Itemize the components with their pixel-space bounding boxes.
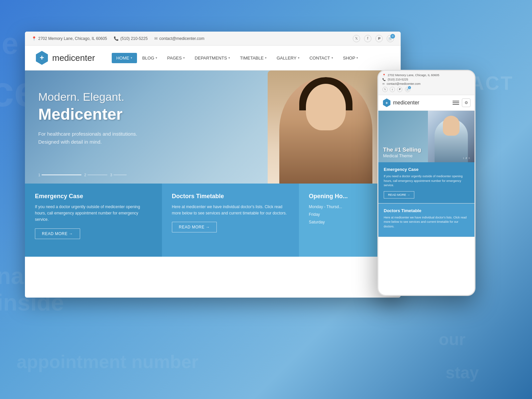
nav-menu: HOME ▾ BLOG ▾ PAGES ▾ DEPARTMENTS ▾ TIME… [112,53,363,63]
person-face [306,84,346,130]
mob-facebook-icon[interactable]: f [390,87,395,92]
ind-line-1 [42,175,81,175]
mob-hero: The #1 Selling Medical Theme 1 2 3 [378,111,474,162]
mob-card-timetable: Doctors Timetable Here at medicenter we … [378,203,474,237]
mob-cart-icon[interactable]: 🛒 0 [405,87,410,92]
mob-phone-icon: 📞 [382,78,386,81]
mob-cart-badge: 0 [408,86,411,89]
phone-text: (510) 210-5225 [120,36,148,41]
hero-description: For healthcare professionals and institu… [38,130,137,146]
hero-content: Modern. Elegant. Medicenter For healthca… [38,90,137,146]
browser-window: 📍 2702 Memory Lane, Chicago, IL 60605 📞 … [25,32,401,298]
nav-pages[interactable]: PAGES ▾ [163,53,190,63]
mob-logo-text: medicenter [393,100,419,106]
mob-logo-icon: + [382,98,391,107]
email-text: contact@medicenter.com [159,36,204,41]
mob-hero-title: The #1 Selling [383,147,421,153]
browser-nav-bar: + medicenter HOME ▾ BLOG ▾ PAGES ▾ DEPAR… [25,46,401,70]
card-timetable: Doctors Timetable Here at medicenter we … [162,184,299,257]
hero-desc-line2: Designed with detail in mind. [38,139,102,145]
hero-ind-1: 1 [38,173,81,177]
bg-deco-4: appointment number [17,351,199,372]
ind-num-3: 3 [110,173,112,177]
bg-deco-6: stay [446,363,479,382]
mobile-device: 📍 2702 Memory Lane, Chicago, IL 60605 📞 … [377,70,475,296]
ind-num-1: 1 [38,173,40,177]
phone-item: 📞 (510) 210-5225 [114,36,148,41]
mob-settings-icon[interactable]: ⚙ [462,98,470,107]
tt-chevron: ▾ [265,56,267,60]
mob-doctor-head [443,116,460,136]
mob-pinterest-icon[interactable]: 𝗣 [397,87,402,92]
nav-home[interactable]: HOME ▾ [112,53,137,63]
gal-chevron: ▾ [298,56,300,60]
address-item: 📍 2702 Memory Lane, Chicago, IL 60605 [32,36,107,41]
card-emergency-btn[interactable]: READ MORE → [35,228,80,239]
hero-desc-line1: For healthcare professionals and institu… [38,131,137,137]
mob-ind-2: 2 [466,157,467,160]
hero-person [268,70,384,184]
mob-address: 2702 Memory Lane, Chicago, IL 60605 [388,73,439,77]
mob-card-timetable-text: Here at medicenter we have individual do… [384,215,469,229]
dept-chevron: ▾ [228,56,230,60]
bg-deco-1: le [0,27,18,61]
mob-hero-sub: Medical Theme [383,153,421,158]
nav-departments[interactable]: DEPARTMENTS ▾ [190,53,235,63]
nav-shop[interactable]: SHOP ▾ [338,53,363,63]
mob-email-row: ✉ contact@medicenter.com [382,82,470,85]
card-timetable-text: Here at medicenter we have individual do… [172,204,289,216]
mob-social-row: 𝕏 f 𝗣 🛒 0 [382,87,470,92]
hero-section: Modern. Elegant. Medicenter For healthca… [25,70,401,184]
hero-title: Medicenter [38,105,137,123]
hero-ind-3: 3 [110,173,127,177]
facebook-icon[interactable]: f [364,35,371,42]
shop-chevron: ▾ [356,56,358,60]
card-emergency-text: If you need a doctor urgently outside of… [35,204,152,223]
blog-chevron: ▾ [156,56,157,60]
hero-ind-2: 2 [84,173,107,177]
cards-section: Emergency Case If you need a doctor urge… [25,184,401,257]
mob-ind-1: 1 [463,157,464,160]
nav-contact[interactable]: CONTACT ▾ [305,53,338,63]
ind-line-3 [113,175,127,175]
ind-line-2 [87,175,107,175]
pages-chevron: ▾ [183,56,185,60]
twitter-icon[interactable]: 𝕏 [353,35,360,42]
location-icon: 📍 [32,36,37,41]
browser-top-bar: 📍 2702 Memory Lane, Chicago, IL 60605 📞 … [25,32,401,46]
mob-hero-indicators: 1 2 3 [463,157,470,160]
cart-badge: 0 [390,34,395,39]
mob-doctor-img [428,111,474,162]
email-item: ✉ contact@medicenter.com [154,36,204,41]
nav-timetable[interactable]: TIMETABLE ▾ [235,53,271,63]
mob-nav: + medicenter ⚙ [378,95,474,111]
email-icon: ✉ [154,36,158,41]
card-timetable-btn[interactable]: READ MORE → [172,222,217,232]
hero-indicators: 1 2 3 [38,173,127,177]
cart-icon[interactable]: 🛒 0 [387,35,394,42]
mob-top-bar: 📍 2702 Memory Lane, Chicago, IL 60605 📞 … [378,71,474,95]
mob-card-emergency-btn[interactable]: READ MORE → [384,191,414,199]
mob-location-icon: 📍 [382,74,386,77]
logo: + medicenter [35,51,95,65]
phone-icon: 📞 [114,36,119,41]
mob-phone: (510) 210-5225 [388,78,408,81]
card-emergency-title: Emergency Case [35,193,152,200]
mob-address-row: 📍 2702 Memory Lane, Chicago, IL 60605 [382,73,470,77]
mob-email: contact@medicenter.com [387,82,421,85]
ind-num-2: 2 [84,173,86,177]
social-bar: 𝕏 f 𝗣 🛒 0 [353,35,394,42]
pinterest-icon[interactable]: 𝗣 [375,35,383,42]
mob-email-icon: ✉ [382,82,385,85]
mob-hamburger-icon[interactable] [453,101,459,105]
logo-text: medicenter [52,53,95,63]
nav-gallery[interactable]: GALLERY ▾ [272,53,304,63]
bg-deco-5: our [439,330,466,349]
mob-hero-content: The #1 Selling Medical Theme [383,147,421,158]
mob-doctor-fig [428,111,474,162]
mob-ind-3: 3 [468,157,470,160]
mob-card-emergency-title: Emergency Case [384,167,469,172]
address-text: 2702 Memory Lane, Chicago, IL 60605 [38,36,107,41]
mob-twitter-icon[interactable]: 𝕏 [382,87,388,92]
nav-blog[interactable]: BLOG ▾ [138,53,162,63]
